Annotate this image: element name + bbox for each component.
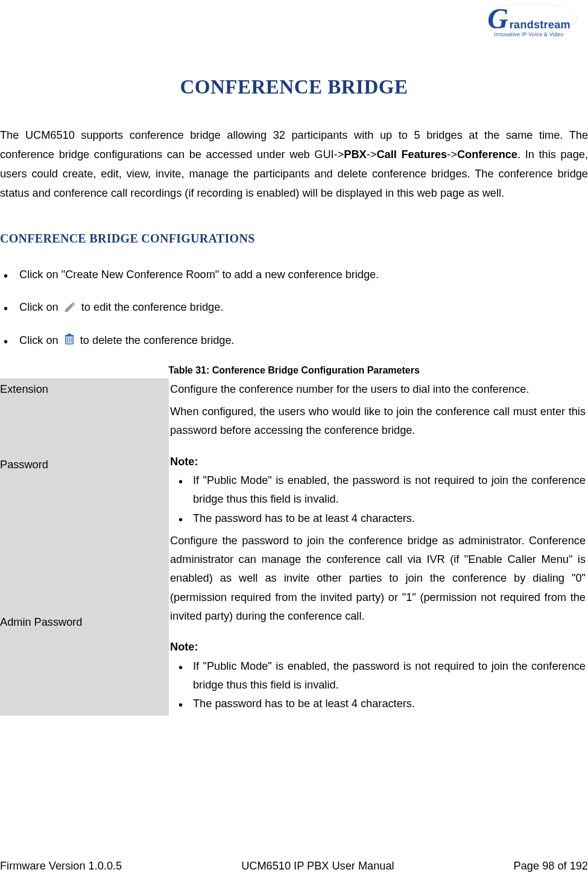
list-item: The password has to be at least 4 charac… xyxy=(170,509,586,528)
param-extension-val: Configure the conference number for the … xyxy=(169,378,588,401)
table-row: Admin Password Configure the password to… xyxy=(0,530,588,716)
step-delete-text-before: Click on xyxy=(19,334,58,346)
step-delete-text-after: to delete the conference bridge. xyxy=(80,334,235,346)
admin-note-1: If "Public Mode" is enabled, the passwor… xyxy=(193,660,586,691)
list-item: If "Public Mode" is enabled, the passwor… xyxy=(170,471,586,509)
step-edit-text-before: Click on xyxy=(19,301,58,313)
page: G randstream Innovative IP Voice & Video… xyxy=(0,0,588,887)
param-admin-key: Admin Password xyxy=(0,530,169,716)
intro-paragraph: The UCM6510 supports conference bridge a… xyxy=(0,126,588,203)
list-item: Click on "Create New Conference Room" to… xyxy=(0,266,588,284)
section-heading: CONFERENCE BRIDGE CONFIGURATIONS xyxy=(0,232,588,246)
list-item: Click on to delete the conference bridge… xyxy=(0,332,588,351)
note-label: Note: xyxy=(170,638,586,657)
param-extension-key: Extension xyxy=(0,378,169,401)
param-admin-val: Configure the password to join the confe… xyxy=(169,530,588,716)
step-edit-text-after: to edit the conference bridge. xyxy=(81,301,224,313)
table-row: Password When configured, the users who … xyxy=(0,401,588,530)
config-steps-list: Click on "Create New Conference Room" to… xyxy=(0,266,588,350)
param-password-val: When configured, the users who would lik… xyxy=(169,401,588,530)
intro-text-2: -> xyxy=(367,148,377,161)
brand-logo-initial: G xyxy=(487,7,508,30)
page-footer: Firmware Version 1.0.0.5 UCM6510 IP PBX … xyxy=(0,860,588,873)
table-row: Extension Configure the conference numbe… xyxy=(0,378,588,401)
admin-note-2: The password has to be at least 4 charac… xyxy=(193,698,415,710)
config-params-table: Extension Configure the conference numbe… xyxy=(0,378,588,716)
password-note-1: If "Public Mode" is enabled, the passwor… xyxy=(193,474,586,505)
note-label: Note: xyxy=(170,453,586,471)
page-title: CONFERENCE BRIDGE xyxy=(0,76,588,98)
footer-firmware-version: Firmware Version 1.0.0.5 xyxy=(0,860,122,873)
password-note-2: The password has to be at least 4 charac… xyxy=(193,512,415,524)
brand-logo: G randstream Innovative IP Voice & Video xyxy=(481,7,577,37)
list-item: The password has to be at least 4 charac… xyxy=(170,695,586,713)
content: CONFERENCE BRIDGE The UCM6510 supports c… xyxy=(0,12,588,716)
brand-logo-name: randstream xyxy=(510,19,571,31)
intro-bold-pbx: PBX xyxy=(344,148,366,161)
intro-bold-call-features: Call Features xyxy=(376,148,447,161)
param-password-intro: When configured, the users who would lik… xyxy=(170,405,586,436)
intro-text-3: -> xyxy=(447,148,457,161)
password-notes-list: If "Public Mode" is enabled, the passwor… xyxy=(170,471,586,528)
step-create-text: Click on "Create New Conference Room" to… xyxy=(19,269,379,281)
footer-page-number: Page 98 of 192 xyxy=(514,860,588,873)
trash-delete-icon xyxy=(64,333,75,351)
list-item: Click on to edit the conference bridge. xyxy=(0,299,588,317)
pencil-edit-icon xyxy=(64,300,76,317)
admin-notes-list: If "Public Mode" is enabled, the passwor… xyxy=(170,657,586,714)
param-password-key: Password xyxy=(0,401,169,530)
svg-rect-5 xyxy=(68,334,71,335)
param-admin-intro: Configure the password to join the confe… xyxy=(170,535,586,622)
list-item: If "Public Mode" is enabled, the passwor… xyxy=(170,657,586,695)
brand-logo-tagline: Innovative IP Voice & Video xyxy=(481,31,577,37)
intro-bold-conference: Conference xyxy=(457,148,517,161)
svg-rect-4 xyxy=(65,335,74,336)
table-caption: Table 31: Conference Bridge Configuratio… xyxy=(0,365,588,376)
brand-logo-top: G randstream xyxy=(481,7,577,31)
footer-manual-title: UCM6510 IP PBX User Manual xyxy=(122,860,513,873)
